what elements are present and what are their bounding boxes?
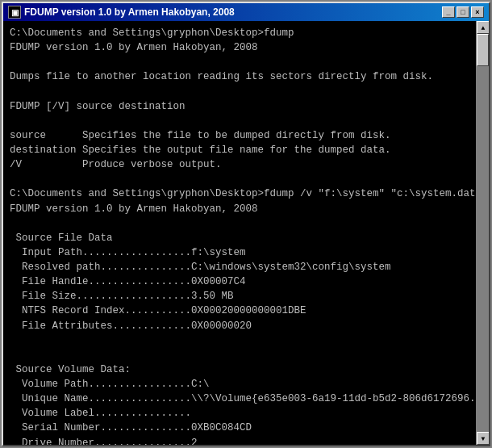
title-bar-left: ▣ FDUMP version 1.0 by Armen Hakobyan, 2…: [8, 6, 235, 19]
scrollbar[interactable]: ▲ ▼: [476, 21, 489, 445]
terminal-output[interactable]: C:\Documents and Settings\gryphon\Deskto…: [3, 21, 476, 445]
scroll-thumb[interactable]: [477, 34, 489, 66]
window-icon: ▣: [8, 6, 21, 19]
maximize-button[interactable]: □: [457, 6, 469, 18]
title-bar: ▣ FDUMP version 1.0 by Armen Hakobyan, 2…: [3, 3, 489, 21]
close-button[interactable]: ×: [471, 6, 484, 18]
scroll-track[interactable]: [477, 34, 489, 432]
window-title: FDUMP version 1.0 by Armen Hakobyan, 200…: [24, 6, 235, 18]
main-window: ▣ FDUMP version 1.0 by Armen Hakobyan, 2…: [2, 2, 490, 446]
minimize-button[interactable]: _: [442, 6, 455, 18]
main-content: C:\Documents and Settings\gryphon\Deskto…: [3, 21, 489, 445]
scroll-up-button[interactable]: ▲: [477, 21, 489, 34]
title-buttons: _ □ ×: [442, 6, 484, 18]
scroll-down-button[interactable]: ▼: [477, 432, 489, 445]
